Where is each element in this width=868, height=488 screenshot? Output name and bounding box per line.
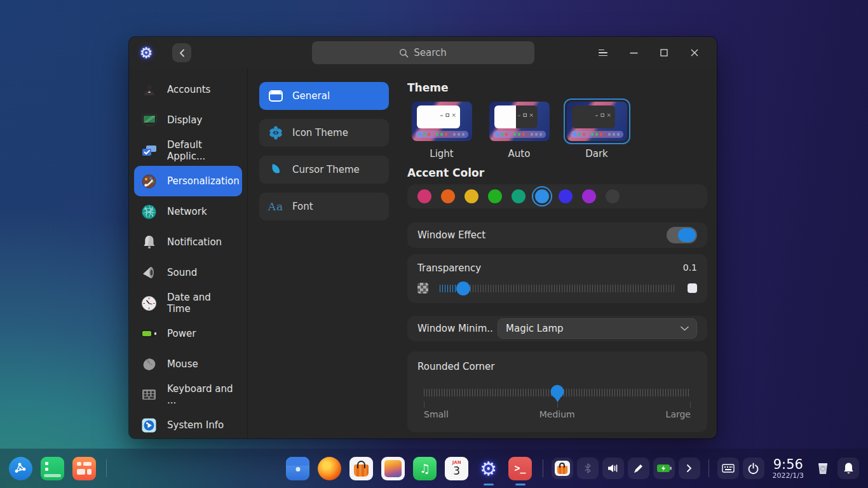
settings-window: ⚙ Search Accoun <box>129 37 717 438</box>
maximize-button[interactable] <box>656 44 672 61</box>
accent-color-teal[interactable] <box>512 189 526 203</box>
personalization-icon <box>140 173 158 190</box>
taskbar-separator <box>709 459 709 477</box>
sidebar-item-keyboard[interactable]: Keyboard and ... <box>134 379 242 410</box>
tray-volume[interactable] <box>602 458 624 479</box>
dock-photos[interactable] <box>381 456 406 481</box>
accent-color-row <box>407 184 707 208</box>
font-icon: Aa <box>268 199 283 214</box>
minimize-button[interactable] <box>625 44 642 61</box>
chevron-down-icon <box>681 326 689 331</box>
clock[interactable]: 9:56 2022/1/3 <box>773 458 804 480</box>
sidebar-item-label: System Info <box>167 419 224 431</box>
window-icon <box>268 88 283 104</box>
transparency-slider-thumb[interactable] <box>456 281 470 295</box>
chevron-right-icon <box>686 464 692 473</box>
subnav-item-cursor-theme[interactable]: Cursor Theme <box>259 156 389 184</box>
sidebar-item-label: Mouse <box>167 358 198 370</box>
rounded-corner-row: Rounded Corner Small Medium Large <box>407 351 707 432</box>
sidebar-item-network[interactable]: Network <box>134 196 242 227</box>
theme-option-auto[interactable]: Auto <box>485 98 553 159</box>
minimize-icon <box>630 52 638 54</box>
accent-color-blue[interactable] <box>535 189 549 203</box>
hamburger-icon <box>599 50 607 57</box>
sidebar-item-date-time[interactable]: Date and Time <box>134 288 242 318</box>
rounded-corner-slider-thumb[interactable] <box>551 385 564 398</box>
task-grid-icon <box>72 457 96 480</box>
theme-section-title: Theme <box>407 81 707 94</box>
clock-time: 9:56 <box>773 458 804 471</box>
transparency-value: 0.1 <box>683 262 697 274</box>
sidebar-item-accounts[interactable]: Accounts <box>134 74 242 105</box>
theme-option-dark[interactable]: Dark <box>562 98 631 159</box>
tray-expand[interactable] <box>679 458 700 479</box>
trash-icon <box>815 461 831 476</box>
notifications-button[interactable] <box>837 458 859 479</box>
dock-terminal[interactable]: >_ <box>508 456 533 481</box>
minimize-effect-label: Window Minim... <box>417 323 492 334</box>
clock-icon <box>140 295 158 312</box>
accent-color-green[interactable] <box>488 189 502 203</box>
sidebar-item-sound[interactable]: Sound <box>134 257 242 288</box>
app-store-icon <box>349 457 373 480</box>
network-icon <box>140 203 158 220</box>
search-input[interactable]: Search <box>312 41 534 64</box>
battery-icon <box>140 325 158 342</box>
maximize-icon <box>660 49 668 57</box>
minimize-effect-select[interactable]: Magic Lamp <box>498 318 697 339</box>
tray-color-picker[interactable] <box>628 458 649 479</box>
dock-music[interactable]: ♫ <box>412 456 438 481</box>
menu-button[interactable] <box>595 44 611 61</box>
theme-auto-thumbnail <box>489 102 550 141</box>
subnav-item-icon-theme[interactable]: Icon Theme <box>259 119 389 147</box>
minimize-effect-value: Magic Lamp <box>506 323 564 334</box>
taskbar-separator <box>106 459 107 477</box>
window-effect-toggle[interactable] <box>667 227 697 243</box>
launcher-button[interactable] <box>8 456 33 481</box>
virtual-keyboard-button[interactable] <box>717 458 739 479</box>
dock-calendar[interactable]: JAN3 <box>444 456 470 481</box>
sidebar-item-label: Default Applic... <box>167 139 236 162</box>
accent-color-orange[interactable] <box>441 189 455 203</box>
running-indicator <box>484 484 494 485</box>
sidebar-item-default-applications[interactable]: Default Applic... <box>134 135 242 166</box>
theme-option-label: Light <box>430 148 453 159</box>
workspaces-button[interactable] <box>39 456 65 481</box>
sidebar-item-mouse[interactable]: Mouse <box>134 349 242 379</box>
bell-icon <box>843 462 855 475</box>
accent-color-yellow[interactable] <box>465 189 478 203</box>
tray-bluetooth[interactable] <box>577 458 599 479</box>
search-placeholder: Search <box>414 47 447 58</box>
trash-button[interactable] <box>812 458 834 479</box>
dock-file-manager[interactable] <box>285 456 311 481</box>
theme-option-light[interactable]: Light <box>407 98 476 159</box>
accent-color-indigo[interactable] <box>559 189 573 203</box>
sidebar-item-system-info[interactable]: System Info <box>134 410 242 438</box>
sidebar-item-personalization[interactable]: Personalization <box>134 166 242 196</box>
close-button[interactable] <box>686 44 703 61</box>
running-indicator <box>515 484 526 485</box>
sidebar-item-notification[interactable]: Notification <box>134 227 242 257</box>
accent-color-pink[interactable] <box>417 189 431 203</box>
tray-app-store[interactable] <box>552 458 573 479</box>
display-icon <box>140 112 158 129</box>
dock-firefox[interactable] <box>317 456 342 481</box>
subnav-item-label: Icon Theme <box>292 127 348 139</box>
power-button[interactable] <box>743 458 764 479</box>
back-button[interactable] <box>172 43 191 62</box>
dock-app-store[interactable] <box>349 456 374 481</box>
subnav-item-font[interactable]: Aa Font <box>259 193 389 220</box>
dock-settings[interactable]: ⚙ <box>476 456 501 481</box>
accent-section-title: Accent Color <box>407 166 707 179</box>
sidebar-item-power[interactable]: Power <box>134 318 242 349</box>
sidebar-item-label: Power <box>167 328 196 339</box>
cursor-icon <box>268 162 283 177</box>
accent-color-purple[interactable] <box>582 189 596 203</box>
transparency-slider[interactable] <box>440 285 676 292</box>
subnav-item-general[interactable]: General <box>259 82 389 110</box>
accent-color-gray[interactable] <box>606 189 620 203</box>
task-grid-button[interactable] <box>71 456 97 481</box>
sidebar-item-display[interactable]: Display <box>134 105 242 135</box>
rounded-corner-slider[interactable] <box>424 389 691 396</box>
tray-battery[interactable] <box>653 458 675 479</box>
